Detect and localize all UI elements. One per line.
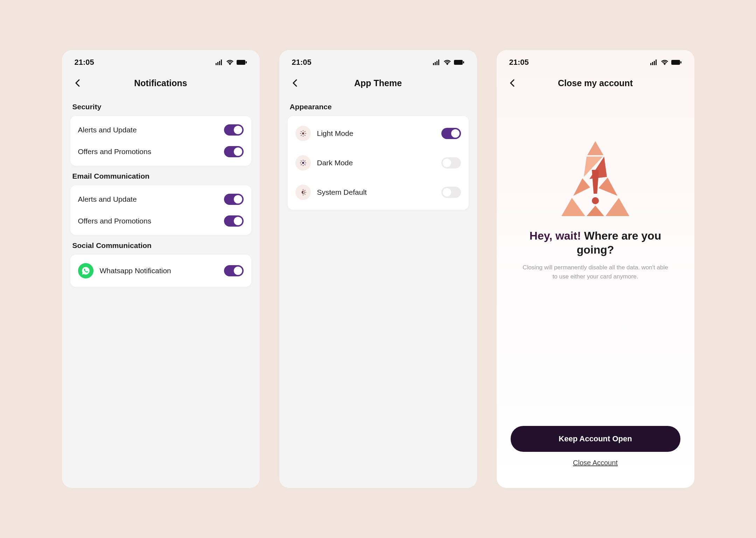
status-bar: 21:05 [279,50,477,70]
svg-rect-10 [454,60,463,65]
dark-mode-icon [295,155,311,171]
svg-line-18 [304,135,305,136]
close-heading: Hey, wait! Where are you going? [511,229,680,257]
signal-icon [433,60,441,65]
social-card: Whatsapp Notification [70,255,251,287]
row-whatsapp: Whatsapp Notification [70,255,251,287]
status-time: 21:05 [509,58,529,67]
svg-rect-3 [221,60,222,65]
toggle-email-alerts[interactable] [224,194,244,205]
toggle-email-offers[interactable] [224,215,244,227]
close-heading-emph: Hey, wait! [530,229,581,242]
row-security-alerts: Alerts and Update [70,116,251,144]
svg-rect-6 [433,63,434,65]
close-account-link[interactable]: Close Account [573,459,618,467]
screen-theme: 21:05 App Theme Appearance Light Mode [279,50,477,488]
status-icons [650,60,682,65]
page-title: Notifications [62,78,260,88]
row-label: Whatsapp Notification [100,267,171,275]
signal-icon [216,60,223,65]
chevron-left-icon [75,79,80,87]
svg-marker-46 [598,178,617,196]
row-email-offers: Offers and Promotions [70,213,251,235]
row-label: Dark Mode [317,159,353,167]
row-system-default[interactable]: System Default [288,180,469,210]
svg-line-27 [304,165,305,165]
svg-rect-1 [217,62,218,65]
svg-line-19 [304,131,305,132]
battery-icon [671,60,682,65]
close-subtext: Closing will permanently disable all the… [522,263,669,281]
section-label-email: Email Communication [72,172,249,180]
svg-rect-2 [219,61,220,65]
svg-line-34 [304,194,305,194]
row-dark-mode[interactable]: Dark Mode [288,151,469,180]
light-mode-icon [295,126,311,141]
email-card: Alerts and Update Offers and Promotions [70,185,251,235]
status-bar: 21:05 [62,50,260,70]
header: Close my account [497,70,694,96]
toggle-security-offers[interactable] [224,146,244,157]
section-label-appearance: Appearance [290,103,467,111]
svg-rect-41 [680,61,681,63]
row-light-mode[interactable]: Light Mode [288,116,469,151]
svg-marker-45 [573,178,590,196]
wifi-icon [661,60,668,65]
svg-rect-5 [246,61,247,63]
svg-rect-36 [650,63,651,65]
content: Appearance Light Mode Dark Mode [279,96,477,488]
header: App Theme [279,70,477,96]
warning-triangle-icon [552,138,639,220]
security-card: Alerts and Update Offers and Promotions [70,116,251,166]
whatsapp-icon [78,263,93,278]
status-bar: 21:05 [497,50,694,70]
content: Security Alerts and Update Offers and Pr… [62,96,260,488]
svg-line-28 [304,161,305,161]
toggle-light-mode[interactable] [441,128,461,139]
chevron-left-icon [292,79,297,87]
toggle-system-default[interactable] [441,187,461,198]
svg-rect-40 [671,60,680,65]
back-button[interactable] [70,76,84,90]
svg-line-17 [301,131,301,132]
row-label: Offers and Promotions [78,217,152,225]
toggle-dark-mode[interactable] [441,157,461,168]
svg-rect-9 [438,60,439,65]
svg-rect-11 [463,61,464,63]
chevron-left-icon [510,79,514,87]
row-label: Offers and Promotions [78,147,152,156]
battery-icon [454,60,464,65]
page-title: App Theme [279,78,477,88]
close-heading-rest: Where are you going? [577,229,662,256]
section-label-security: Security [72,103,249,111]
header: Notifications [62,70,260,96]
toggle-security-alerts[interactable] [224,124,244,136]
back-button[interactable] [505,76,519,90]
screen-notifications: 21:05 Notifications Security Alerts and … [62,50,260,488]
svg-rect-0 [216,63,217,65]
system-default-icon [295,185,311,200]
svg-marker-49 [587,206,604,216]
svg-line-20 [301,135,301,136]
row-label: Alerts and Update [78,195,137,204]
back-button[interactable] [288,76,302,90]
svg-line-29 [301,165,301,165]
toggle-whatsapp[interactable] [224,265,244,276]
svg-rect-7 [435,62,436,65]
page-title: Close my account [497,78,694,88]
svg-point-50 [592,197,599,204]
keep-account-open-button[interactable]: Keep Account Open [511,426,680,452]
row-label: System Default [317,188,367,196]
svg-rect-37 [652,62,653,65]
row-security-offers: Offers and Promotions [70,144,251,166]
appearance-card: Light Mode Dark Mode System [288,116,469,210]
svg-marker-48 [606,198,629,216]
battery-icon [237,60,247,65]
signal-icon [650,60,658,65]
svg-line-26 [301,161,301,161]
screen-close-account: 21:05 Close my account [497,50,694,488]
status-icons [433,60,464,65]
svg-point-21 [302,162,304,164]
row-label: Light Mode [317,129,354,138]
status-time: 21:05 [75,58,94,67]
